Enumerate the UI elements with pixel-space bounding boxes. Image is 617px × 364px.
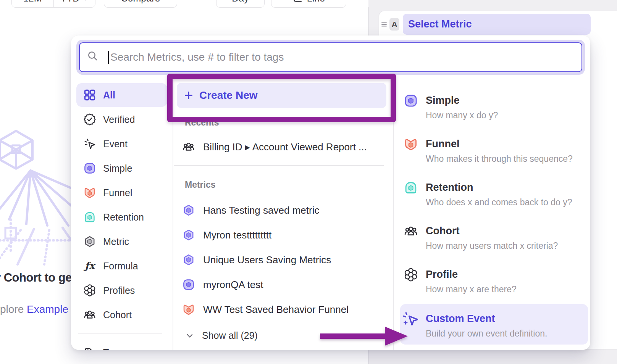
metric-list-item[interactable]: Myron testtttttttt (183, 229, 381, 241)
metric-hexagon-icon (84, 235, 96, 248)
range-12m-button[interactable]: 12M (12, 0, 53, 7)
sidebar-item-tags[interactable]: Tags (76, 341, 167, 350)
search-input[interactable] (110, 43, 569, 71)
search-halo (76, 40, 585, 75)
cohort-people-icon (84, 309, 96, 321)
sidebar-item-profiles[interactable]: Profiles (76, 279, 167, 302)
metric-list-item[interactable]: Unique Users Saving Metrics (183, 254, 381, 266)
sidebar-item-metric[interactable]: Metric (76, 230, 167, 253)
date-range-control: 12M YTD⌄ (11, 0, 95, 8)
metric-hexagon-icon (183, 254, 195, 266)
retention-arch-icon (84, 211, 96, 223)
range-ytd-button[interactable]: YTD⌄ (53, 0, 95, 7)
simple-squircle-icon (183, 279, 195, 291)
line-chart-icon (292, 0, 302, 3)
compare-button[interactable]: Compare (104, 0, 177, 8)
recent-item[interactable]: Billing ID ▸ Account Viewed Report ... (183, 141, 381, 153)
drag-handle-icon[interactable] (381, 22, 387, 27)
metric-list-item[interactable]: Hans Testing saved metric (183, 204, 381, 216)
sidebar-item-cohort[interactable]: Cohort (76, 303, 167, 327)
annotation-arrow (318, 324, 410, 348)
grid-icon (84, 89, 96, 101)
clause-letter-badge: A (389, 18, 399, 31)
search-field[interactable] (79, 42, 582, 72)
page: 12M YTD⌄ Compare Day Line (0, 0, 617, 364)
cohort-people-icon (183, 141, 195, 153)
metric-list-item[interactable]: myronQA test (183, 279, 381, 291)
simple-squircle-icon (84, 162, 96, 174)
metric-hexagon-icon (183, 229, 195, 241)
simple-squircle-icon (404, 94, 418, 108)
tag-icon (84, 346, 96, 350)
profiles-flower-icon (84, 284, 96, 296)
verified-seal-icon (84, 113, 96, 126)
empty-state-heading: r Cohort to ge (0, 271, 72, 285)
middle-divider (174, 165, 384, 166)
annotation-rectangle (167, 74, 396, 122)
metric-list-item[interactable]: WW Test Saved Behavior Funnel (183, 303, 381, 316)
sidebar-section-divider (78, 333, 162, 334)
granularity-day-button[interactable]: Day (216, 0, 265, 8)
metrics-label: Metrics (185, 180, 216, 190)
metric-hexagon-icon (183, 204, 195, 216)
funnel-icon (183, 303, 195, 316)
sidebar-item-funnel[interactable]: Funnel (76, 181, 167, 205)
select-metric-field[interactable]: Select Metric (403, 14, 591, 35)
funnel-icon (84, 187, 96, 199)
cohort-people-icon (404, 224, 418, 238)
chevron-down-icon (186, 332, 194, 340)
search-icon (87, 50, 99, 62)
sidebar-item-event[interactable]: Event (76, 132, 167, 156)
chevron-down-icon: ⌄ (82, 0, 88, 2)
sidebar-item-retention[interactable]: Retention (76, 205, 167, 229)
show-all-button[interactable]: Show all (29) (186, 330, 258, 341)
sidebar-item-verified[interactable]: Verified (76, 108, 167, 131)
text-cursor (108, 51, 109, 64)
event-cursor-icon (84, 138, 96, 150)
formula-fx-icon: ƒx (84, 260, 96, 272)
custom-event-icon (403, 311, 418, 327)
profiles-flower-icon (404, 268, 418, 282)
chart-type-line-button[interactable]: Line (271, 0, 346, 8)
sidebar-item-all[interactable]: All (76, 83, 167, 107)
retention-arch-icon (404, 181, 418, 195)
funnel-icon (404, 137, 418, 151)
sidebar-item-simple[interactable]: Simple (76, 156, 167, 180)
sidebar-item-formula[interactable]: ƒx Formula (76, 254, 167, 278)
